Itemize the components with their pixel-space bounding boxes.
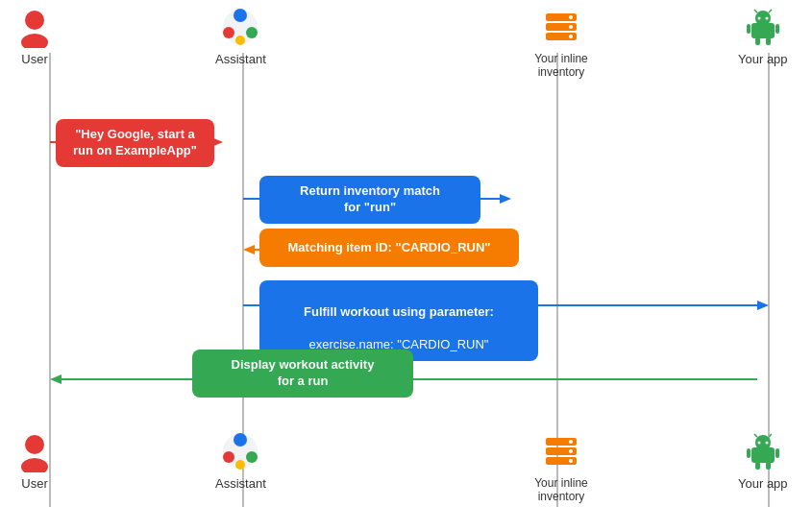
svg-rect-57: [775, 448, 779, 458]
svg-point-42: [235, 460, 245, 470]
inventory-icon-top: [540, 6, 582, 48]
svg-point-37: [25, 435, 44, 454]
assistant-label-bottom: Assistant: [215, 476, 266, 491]
svg-rect-56: [747, 448, 750, 458]
svg-line-31: [754, 10, 757, 12]
svg-line-55: [769, 434, 772, 437]
svg-point-47: [569, 440, 573, 444]
svg-point-43: [246, 451, 258, 463]
app-icon-bottom: [742, 430, 784, 472]
svg-rect-33: [747, 24, 750, 34]
actor-app-top: Your app: [738, 6, 788, 66]
svg-point-48: [569, 449, 573, 453]
svg-marker-13: [50, 374, 62, 384]
svg-point-52: [757, 442, 760, 445]
user-label-top: User: [21, 52, 47, 66]
app-icon-top: [742, 6, 784, 48]
svg-point-41: [223, 451, 234, 463]
svg-line-54: [754, 434, 757, 437]
inventory-label-bottom: Your inline inventory: [513, 476, 609, 503]
svg-point-26: [569, 35, 573, 38]
svg-marker-9: [243, 245, 255, 254]
svg-point-28: [755, 11, 771, 26]
svg-marker-11: [757, 301, 769, 310]
svg-point-30: [765, 17, 768, 20]
user-label-bottom: User: [21, 476, 47, 491]
inventory-label-top: Your inline inventory: [513, 52, 609, 79]
svg-rect-59: [766, 462, 771, 470]
svg-rect-36: [766, 37, 771, 45]
svg-point-14: [25, 11, 44, 30]
msg-hey-google: "Hey Google, start a run on ExampleApp": [56, 119, 214, 167]
inventory-icon-bottom: [540, 430, 582, 472]
actor-user-top: User: [13, 6, 56, 66]
user-icon-top: [13, 6, 56, 48]
svg-point-24: [569, 15, 573, 19]
svg-marker-7: [500, 194, 511, 204]
sequence-diagram: User Assistant Your inline invent: [0, 0, 812, 507]
assistant-label-top: Assistant: [215, 52, 266, 66]
svg-point-20: [246, 27, 258, 38]
svg-point-17: [234, 9, 247, 22]
svg-rect-35: [755, 37, 760, 45]
user-icon-bottom: [13, 430, 56, 472]
actor-assistant-bottom: Assistant: [215, 430, 266, 491]
app-label-bottom: Your app: [738, 476, 788, 491]
svg-point-29: [757, 17, 760, 20]
app-label-top: Your app: [738, 52, 788, 66]
actor-inventory-bottom: Your inline inventory: [513, 430, 609, 503]
assistant-icon-bottom: [219, 430, 261, 472]
actor-app-bottom: Your app: [738, 430, 788, 491]
svg-point-40: [234, 433, 247, 447]
svg-point-15: [21, 34, 48, 48]
svg-point-25: [569, 25, 573, 29]
svg-point-38: [21, 458, 48, 472]
svg-rect-34: [775, 24, 779, 34]
msg-return-inventory: Return inventory match for "run": [259, 176, 480, 224]
actor-user-bottom: User: [13, 430, 56, 491]
svg-point-53: [765, 442, 768, 445]
assistant-icon-top: [219, 6, 261, 48]
svg-rect-58: [755, 462, 760, 470]
svg-point-51: [755, 435, 771, 450]
svg-point-49: [569, 459, 573, 463]
svg-point-19: [235, 36, 245, 45]
svg-point-18: [223, 27, 234, 38]
msg-matching-item: Matching item ID: "CARDIO_RUN": [259, 229, 519, 267]
actor-assistant-top: Assistant: [215, 6, 266, 66]
actor-inventory-top: Your inline inventory: [513, 6, 609, 79]
svg-line-32: [769, 10, 772, 12]
msg-display-workout: Display workout activity for a run: [192, 350, 413, 398]
